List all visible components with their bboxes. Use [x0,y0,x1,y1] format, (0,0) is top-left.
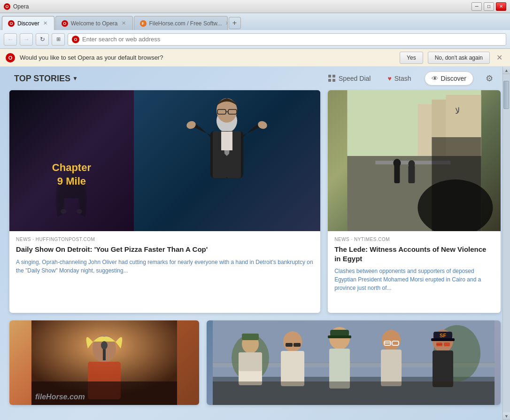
article-daily-show-content: NEWS · HUFFINGTONPOST.COM Daily Show On … [9,231,320,313]
article-egypt-image: لا [328,90,501,231]
grid-view-button[interactable]: ⊞ [52,33,65,46]
window-controls: ─ □ ✕ [471,2,506,11]
window-title-bar: O Opera ─ □ ✕ [0,0,510,13]
forward-button[interactable]: → [20,33,33,46]
tab-welcome-icon: O [62,20,68,27]
top-stories-label: TOP STORIES [14,74,70,84]
notification-text: Would you like to set Opera as your defa… [20,54,395,61]
svg-point-57 [382,330,401,350]
navigation-bar: ← → ↻ ⊞ O [0,30,510,49]
opera-logo-title: O [4,3,10,10]
discover-button[interactable]: 👁 Discover [425,71,473,86]
notification-opera-icon: O [6,53,15,62]
scrollbar: ▲ ▼ [502,67,510,420]
tab-welcome-close[interactable]: ✕ [121,20,127,27]
svg-point-47 [283,331,302,352]
heart-icon: ♥ [387,75,391,82]
tab-welcome-label: Welcome to Opera [71,20,118,27]
music-scene-svg: fileHorse.com [9,320,199,405]
svg-rect-56 [328,335,351,338]
svg-point-2 [77,209,82,214]
svg-rect-44 [242,334,259,340]
content-area: TOP STORIES ▼ Speed Dial ♥ Stash 👁 Disco… [0,67,510,420]
news-grid-bottom: fileHorse.com [0,320,510,405]
reload-button[interactable]: ↻ [36,33,49,46]
article-daily-show-excerpt: A singing, Oprah-channeling John Oliver … [16,258,314,275]
svg-rect-55 [330,330,349,336]
svg-rect-68 [444,342,450,346]
notification-no-button[interactable]: No, don't ask again [428,52,490,64]
article-daily-show[interactable]: Chapter9 Mile [9,90,320,313]
notification-close-button[interactable]: ✕ [495,53,504,62]
svg-point-10 [185,120,197,130]
gear-icon: ⚙ [486,73,493,84]
speed-dial-icon [328,75,336,82]
article-music[interactable]: fileHorse.com [9,320,199,405]
scrollbar-up-button[interactable]: ▲ [503,67,510,74]
svg-point-27 [409,160,415,168]
settings-button[interactable]: ⚙ [483,72,496,85]
svg-rect-50 [294,343,301,347]
top-stories-arrow-icon: ▼ [72,75,78,82]
tab-welcome[interactable]: O Welcome to Opera ✕ [55,16,133,30]
svg-point-34 [101,341,108,350]
news-grid-top: Chapter9 Mile [0,90,510,320]
stash-label: Stash [394,75,411,82]
svg-text:SF: SF [440,333,446,338]
tab-filehorse-close[interactable]: ✕ [224,20,227,27]
stash-button[interactable]: ♥ Stash [384,73,415,84]
discover-label: Discover [441,75,466,82]
speed-dial-button[interactable]: Speed Dial [325,73,375,84]
svg-rect-65 [431,338,455,341]
window-title-text: Opera [13,3,29,10]
group-scene-svg: SF [207,320,501,405]
article-group-image: SF [207,320,501,405]
maximize-button[interactable]: □ [484,2,494,11]
notification-yes-button[interactable]: Yes [400,52,423,64]
svg-rect-9 [221,132,232,150]
tab-discover[interactable]: O Discover ✕ [2,16,54,30]
svg-rect-70 [213,381,495,405]
svg-text:لا: لا [456,106,460,116]
article-daily-show-right-image [134,90,320,231]
minimize-button[interactable]: ─ [471,2,482,11]
address-input[interactable] [82,36,502,43]
scrollbar-thumb[interactable] [503,81,509,109]
svg-rect-48 [281,351,304,386]
tab-discover-close[interactable]: ✕ [42,20,48,27]
tab-filehorse-label: FileHorse.com / Free Softw... [149,20,222,27]
article-group[interactable]: SF [207,320,501,405]
article-egypt-excerpt: Clashes between opponents and supporters… [334,267,494,292]
svg-rect-58 [381,350,402,386]
article-egypt-content: NEWS · NYTIMES.COM The Lede: Witness Acc… [328,231,501,313]
tab-bar: O Discover ✕ O Welcome to Opera ✕ F File… [0,13,510,30]
notification-bar: O Would you like to set Opera as your de… [0,49,510,67]
opera-address-icon: O [72,36,79,43]
eye-icon: 👁 [432,75,438,82]
svg-point-25 [394,159,401,167]
scrollbar-down-button[interactable]: ▼ [503,412,510,420]
article-daily-show-left-image: Chapter9 Mile [9,90,134,231]
chapter-text: Chapter9 Mile [52,161,91,188]
article-egypt[interactable]: لا NEWS · NYTIMES.COM [328,90,501,313]
window-title: O Opera [4,3,29,10]
svg-point-1 [61,209,66,214]
address-bar: O [68,33,506,46]
article-daily-show-source: NEWS · HUFFINGTONPOST.COM [16,237,314,242]
egypt-scene-svg: لا [328,90,501,231]
article-egypt-title: The Lede: Witness Accounts of New Violen… [334,245,494,263]
svg-rect-26 [409,165,415,183]
svg-text:fileHorse.com: fileHorse.com [35,393,85,401]
close-window-button[interactable]: ✕ [496,2,506,11]
svg-rect-46 [239,352,262,371]
tab-discover-icon: O [8,20,15,27]
talk-show-host-figure [185,93,269,231]
back-button[interactable]: ← [4,33,17,46]
article-egypt-source: NEWS · NYTIMES.COM [334,237,494,242]
svg-point-11 [257,120,268,130]
tab-filehorse[interactable]: F FileHorse.com / Free Softw... ✕ [134,16,228,30]
tab-filehorse-icon: F [140,20,147,27]
top-stories-button[interactable]: TOP STORIES ▼ [14,74,78,84]
speed-dial-label: Speed Dial [339,75,371,82]
tab-add-button[interactable]: + [229,17,241,29]
